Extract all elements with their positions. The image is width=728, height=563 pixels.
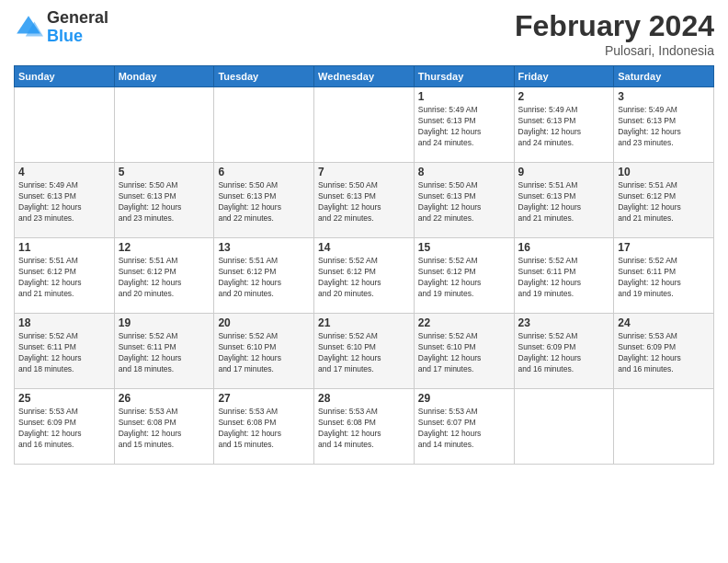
- calendar-cell: 2Sunrise: 5:49 AM Sunset: 6:13 PM Daylig…: [514, 87, 614, 163]
- day-number: 6: [218, 166, 310, 178]
- day-number: 18: [18, 316, 110, 329]
- day-number: 7: [318, 166, 410, 178]
- calendar-cell: 10Sunrise: 5:51 AM Sunset: 6:12 PM Dayli…: [614, 163, 714, 238]
- calendar-cell: 14Sunrise: 5:52 AM Sunset: 6:12 PM Dayli…: [314, 238, 415, 314]
- day-info: Sunrise: 5:52 AM Sunset: 6:12 PM Dayligh…: [318, 256, 410, 300]
- header: General Blue February 2024 Pulosari, Ind…: [14, 9, 714, 58]
- col-saturday: Saturday: [614, 66, 714, 87]
- week-row-2: 11Sunrise: 5:51 AM Sunset: 6:12 PM Dayli…: [15, 238, 714, 314]
- calendar-table: Sunday Monday Tuesday Wednesday Thursday…: [14, 65, 714, 465]
- col-thursday: Thursday: [414, 66, 514, 87]
- calendar-cell: 17Sunrise: 5:52 AM Sunset: 6:11 PM Dayli…: [614, 238, 714, 314]
- day-number: 10: [618, 166, 710, 178]
- calendar-subtitle: Pulosari, Indonesia: [515, 43, 714, 58]
- day-number: 12: [119, 241, 210, 254]
- day-number: 11: [18, 241, 110, 254]
- col-tuesday: Tuesday: [214, 66, 314, 87]
- calendar-cell: 28Sunrise: 5:53 AM Sunset: 6:08 PM Dayli…: [314, 389, 415, 465]
- day-number: 20: [218, 316, 310, 329]
- day-number: 25: [18, 392, 110, 405]
- day-info: Sunrise: 5:53 AM Sunset: 6:09 PM Dayligh…: [618, 331, 710, 375]
- day-number: 2: [518, 90, 610, 103]
- day-info: Sunrise: 5:51 AM Sunset: 6:13 PM Dayligh…: [518, 180, 610, 224]
- day-info: Sunrise: 5:51 AM Sunset: 6:12 PM Dayligh…: [18, 256, 110, 300]
- calendar-cell: 11Sunrise: 5:51 AM Sunset: 6:12 PM Dayli…: [15, 238, 115, 314]
- day-info: Sunrise: 5:50 AM Sunset: 6:13 PM Dayligh…: [418, 180, 510, 224]
- calendar-cell: 13Sunrise: 5:51 AM Sunset: 6:12 PM Dayli…: [214, 238, 314, 314]
- day-number: 23: [518, 316, 610, 329]
- day-info: Sunrise: 5:51 AM Sunset: 6:12 PM Dayligh…: [218, 256, 310, 300]
- day-number: 17: [618, 241, 710, 254]
- calendar-cell: 5Sunrise: 5:50 AM Sunset: 6:13 PM Daylig…: [114, 163, 214, 238]
- day-info: Sunrise: 5:51 AM Sunset: 6:12 PM Dayligh…: [618, 180, 710, 224]
- col-sunday: Sunday: [15, 66, 115, 87]
- calendar-cell: 18Sunrise: 5:52 AM Sunset: 6:11 PM Dayli…: [15, 314, 115, 389]
- calendar-cell: 7Sunrise: 5:50 AM Sunset: 6:13 PM Daylig…: [314, 163, 415, 238]
- day-number: 27: [218, 392, 310, 405]
- calendar-cell: 3Sunrise: 5:49 AM Sunset: 6:13 PM Daylig…: [614, 87, 714, 163]
- col-monday: Monday: [114, 66, 214, 87]
- day-number: 19: [119, 316, 210, 329]
- calendar-cell: 23Sunrise: 5:52 AM Sunset: 6:09 PM Dayli…: [514, 314, 614, 389]
- calendar-cell: 9Sunrise: 5:51 AM Sunset: 6:13 PM Daylig…: [514, 163, 614, 238]
- day-info: Sunrise: 5:49 AM Sunset: 6:13 PM Dayligh…: [18, 180, 110, 224]
- calendar-cell: 20Sunrise: 5:52 AM Sunset: 6:10 PM Dayli…: [214, 314, 314, 389]
- calendar-cell: 16Sunrise: 5:52 AM Sunset: 6:11 PM Dayli…: [514, 238, 614, 314]
- calendar-cell: 21Sunrise: 5:52 AM Sunset: 6:10 PM Dayli…: [314, 314, 415, 389]
- calendar-cell: 25Sunrise: 5:53 AM Sunset: 6:09 PM Dayli…: [15, 389, 115, 465]
- day-info: Sunrise: 5:49 AM Sunset: 6:13 PM Dayligh…: [418, 105, 510, 149]
- day-info: Sunrise: 5:52 AM Sunset: 6:11 PM Dayligh…: [518, 256, 610, 300]
- calendar-cell: 6Sunrise: 5:50 AM Sunset: 6:13 PM Daylig…: [214, 163, 314, 238]
- calendar-cell: [15, 87, 115, 163]
- day-number: 26: [119, 392, 210, 405]
- day-number: 15: [418, 241, 510, 254]
- calendar-cell: 1Sunrise: 5:49 AM Sunset: 6:13 PM Daylig…: [414, 87, 514, 163]
- day-number: 21: [318, 316, 410, 329]
- day-info: Sunrise: 5:52 AM Sunset: 6:12 PM Dayligh…: [418, 256, 510, 300]
- day-info: Sunrise: 5:53 AM Sunset: 6:08 PM Dayligh…: [119, 407, 210, 451]
- day-info: Sunrise: 5:51 AM Sunset: 6:12 PM Dayligh…: [119, 256, 210, 300]
- calendar-cell: [314, 87, 415, 163]
- day-info: Sunrise: 5:49 AM Sunset: 6:13 PM Dayligh…: [518, 105, 610, 149]
- calendar-cell: [614, 389, 714, 465]
- week-row-3: 18Sunrise: 5:52 AM Sunset: 6:11 PM Dayli…: [15, 314, 714, 389]
- week-row-0: 1Sunrise: 5:49 AM Sunset: 6:13 PM Daylig…: [15, 87, 714, 163]
- calendar-cell: [214, 87, 314, 163]
- page: General Blue February 2024 Pulosari, Ind…: [0, 0, 728, 563]
- logo-blue: Blue: [47, 27, 83, 45]
- calendar-cell: 29Sunrise: 5:53 AM Sunset: 6:07 PM Dayli…: [414, 389, 514, 465]
- calendar-cell: 22Sunrise: 5:52 AM Sunset: 6:10 PM Dayli…: [414, 314, 514, 389]
- calendar-cell: 12Sunrise: 5:51 AM Sunset: 6:12 PM Dayli…: [114, 238, 214, 314]
- day-info: Sunrise: 5:52 AM Sunset: 6:11 PM Dayligh…: [618, 256, 710, 300]
- day-info: Sunrise: 5:50 AM Sunset: 6:13 PM Dayligh…: [318, 180, 410, 224]
- week-row-1: 4Sunrise: 5:49 AM Sunset: 6:13 PM Daylig…: [15, 163, 714, 238]
- day-info: Sunrise: 5:49 AM Sunset: 6:13 PM Dayligh…: [618, 105, 710, 149]
- logo-general: General: [47, 8, 108, 27]
- calendar-cell: 4Sunrise: 5:49 AM Sunset: 6:13 PM Daylig…: [15, 163, 115, 238]
- header-row: Sunday Monday Tuesday Wednesday Thursday…: [15, 66, 714, 87]
- day-info: Sunrise: 5:52 AM Sunset: 6:11 PM Dayligh…: [18, 331, 110, 375]
- title-block: February 2024 Pulosari, Indonesia: [515, 9, 714, 58]
- day-number: 1: [418, 90, 510, 103]
- day-info: Sunrise: 5:52 AM Sunset: 6:10 PM Dayligh…: [418, 331, 510, 375]
- day-info: Sunrise: 5:52 AM Sunset: 6:11 PM Dayligh…: [119, 331, 210, 375]
- day-number: 24: [618, 316, 710, 329]
- day-number: 16: [518, 241, 610, 254]
- calendar-cell: 8Sunrise: 5:50 AM Sunset: 6:13 PM Daylig…: [414, 163, 514, 238]
- day-number: 4: [18, 166, 110, 178]
- day-info: Sunrise: 5:52 AM Sunset: 6:09 PM Dayligh…: [518, 331, 610, 375]
- day-info: Sunrise: 5:53 AM Sunset: 6:07 PM Dayligh…: [418, 407, 510, 451]
- logo-icon: [14, 13, 43, 42]
- day-info: Sunrise: 5:50 AM Sunset: 6:13 PM Dayligh…: [119, 180, 210, 224]
- day-number: 29: [418, 392, 510, 405]
- day-number: 5: [119, 166, 210, 178]
- day-info: Sunrise: 5:53 AM Sunset: 6:08 PM Dayligh…: [318, 407, 410, 451]
- logo-text: General Blue: [47, 9, 108, 46]
- day-info: Sunrise: 5:53 AM Sunset: 6:08 PM Dayligh…: [218, 407, 310, 451]
- logo: General Blue: [14, 9, 108, 46]
- calendar-cell: 19Sunrise: 5:52 AM Sunset: 6:11 PM Dayli…: [114, 314, 214, 389]
- calendar-title: February 2024: [515, 9, 714, 43]
- calendar-cell: 24Sunrise: 5:53 AM Sunset: 6:09 PM Dayli…: [614, 314, 714, 389]
- calendar-cell: [114, 87, 214, 163]
- day-info: Sunrise: 5:52 AM Sunset: 6:10 PM Dayligh…: [218, 331, 310, 375]
